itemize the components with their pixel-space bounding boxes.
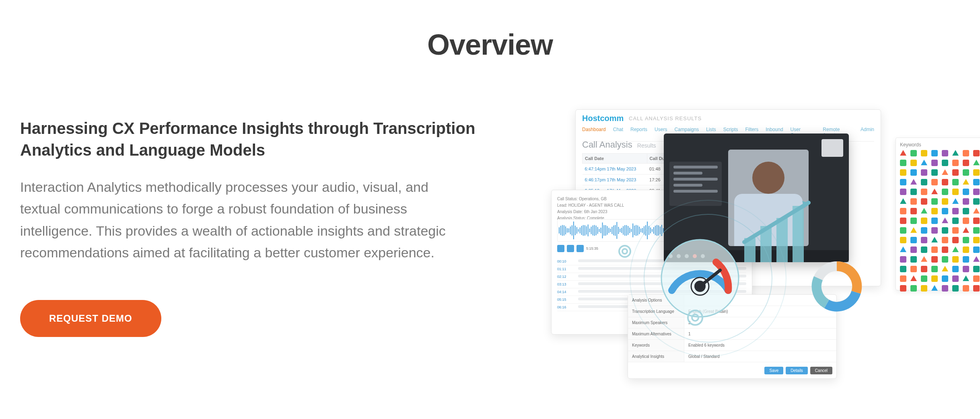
- keyword-marker: [931, 169, 938, 176]
- keyword-marker: [952, 189, 959, 195]
- keyword-marker: [921, 208, 927, 214]
- keyword-marker: [900, 218, 906, 224]
- keyword-marker: [931, 198, 938, 205]
- keyword-marker: [931, 179, 938, 185]
- call-meta: Call Status: Operations, GB Lead: HOLIDA…: [557, 196, 624, 222]
- keyword-marker: [942, 198, 948, 205]
- play-icon: [557, 245, 564, 252]
- form-row: Transcription LanguageEnglish (Great Bri…: [628, 306, 836, 317]
- keyword-marker: [952, 275, 959, 282]
- form-value: Enabled 6 keywords: [684, 340, 836, 351]
- form-row: Maximum Alternatives1: [628, 329, 836, 340]
- keyword-marker: [931, 266, 938, 272]
- keyword-marker: [952, 179, 959, 185]
- keyword-marker: [942, 266, 948, 271]
- keyword-marker: [952, 208, 959, 214]
- page-title: Overview: [0, 28, 980, 61]
- call-controls: [664, 250, 849, 262]
- keyword-marker: [910, 266, 917, 272]
- section-title: Call Analysis Results: [582, 140, 656, 150]
- form-row: Analysis Options: [628, 295, 836, 306]
- body-text: Interaction Analytics methodically proce…: [20, 176, 463, 264]
- keyword-marker: [910, 285, 917, 292]
- form-value: [684, 295, 836, 306]
- keyword-marker: [931, 189, 938, 194]
- settings-icon: [701, 254, 705, 258]
- keyword-marker: [973, 169, 980, 176]
- keyword-marker: [973, 189, 980, 195]
- keyword-marker: [910, 189, 917, 195]
- details-button: Details: [786, 367, 808, 374]
- keyword-marker: [952, 150, 959, 156]
- form-footer: Save Details Cancel: [764, 367, 832, 374]
- cell: 6:46:17pm 17th May 2023: [583, 175, 647, 185]
- form-row: KeywordsEnabled 6 keywords: [628, 340, 836, 351]
- keyword-marker: [963, 237, 969, 243]
- keyword-marker: [900, 198, 906, 204]
- keyword-marker: [931, 150, 938, 156]
- keyword-marker: [963, 150, 969, 156]
- keyword-marker: [921, 237, 927, 243]
- keyword-marker: [963, 179, 969, 185]
- player-time: 5:15:35: [586, 246, 598, 251]
- keyword-marker: [921, 198, 927, 205]
- keyword-marker: [942, 189, 948, 195]
- keyword-marker: [910, 208, 917, 214]
- keyword-marker: [910, 198, 917, 205]
- form-label: Maximum Speakers: [628, 317, 684, 328]
- request-demo-button[interactable]: REQUEST DEMO: [20, 300, 161, 337]
- keyword-marker: [942, 227, 948, 234]
- tab-item: Reports: [630, 127, 647, 138]
- keyword-marker: [963, 256, 969, 263]
- keyword-marker: [900, 237, 906, 243]
- illustration: Hostcomm CALL ANALYSIS RESULTS Dashboard…: [551, 109, 960, 359]
- stop-icon: [576, 245, 584, 252]
- keyword-marker: [952, 218, 959, 224]
- video-call-card: [664, 134, 849, 262]
- keyword-marker: [963, 198, 969, 205]
- meta-line: Analysis Date: 6th Jan 2023: [557, 209, 624, 215]
- form-value: 2: [684, 317, 836, 328]
- form-label: Analysis Options: [628, 295, 684, 306]
- keyword-marker: [952, 160, 959, 166]
- keyword-marker: [900, 150, 906, 156]
- keyword-marker: [963, 227, 969, 233]
- keyword-marker: [921, 169, 927, 176]
- form-value: Global / Standard: [684, 351, 836, 362]
- keyword-marker: [931, 227, 938, 234]
- hangup-icon: [693, 254, 697, 258]
- analysis-options-panel: Analysis Options Transcription LanguageE…: [628, 294, 837, 379]
- form-row: Maximum Speakers2: [628, 317, 836, 329]
- mic-icon: [669, 254, 673, 258]
- keyword-marker: [900, 189, 906, 195]
- transcript-row: 01:11: [557, 265, 746, 273]
- keyword-marker: [910, 256, 917, 263]
- keyword-marker: [910, 246, 917, 253]
- pause-icon: [567, 245, 574, 252]
- keyword-marker: [942, 218, 948, 223]
- keyword-marker: [963, 189, 969, 195]
- participant-video: [728, 150, 809, 246]
- keyword-marker: [910, 237, 917, 243]
- keyword-marker: [931, 256, 938, 263]
- form-label: Keywords: [628, 340, 684, 351]
- keyword-marker: [931, 285, 938, 291]
- meta-line: Lead: HOLIDAY - AGENT WAS CALL: [557, 202, 624, 209]
- keyword-marker: [921, 160, 927, 165]
- left-column: Harnessing CX Performance Insights throu…: [20, 109, 495, 337]
- keyword-marker: [952, 285, 959, 292]
- keyword-marker: [942, 256, 948, 263]
- section-sub: Results: [637, 142, 656, 149]
- tab-item: Chat: [613, 127, 623, 138]
- keyword-marker: [973, 266, 980, 272]
- keyword-marker: [900, 246, 906, 252]
- keyword-marker: [921, 266, 927, 272]
- keyword-marker: [942, 285, 948, 292]
- keyword-marker: [900, 285, 906, 292]
- tab-item: Admin: [861, 127, 874, 138]
- keyword-marker: [900, 227, 906, 234]
- cancel-button: Cancel: [810, 367, 832, 374]
- keyword-marker: [900, 179, 906, 185]
- keyword-marker: [973, 237, 980, 243]
- pip-thumbnail: [821, 139, 843, 157]
